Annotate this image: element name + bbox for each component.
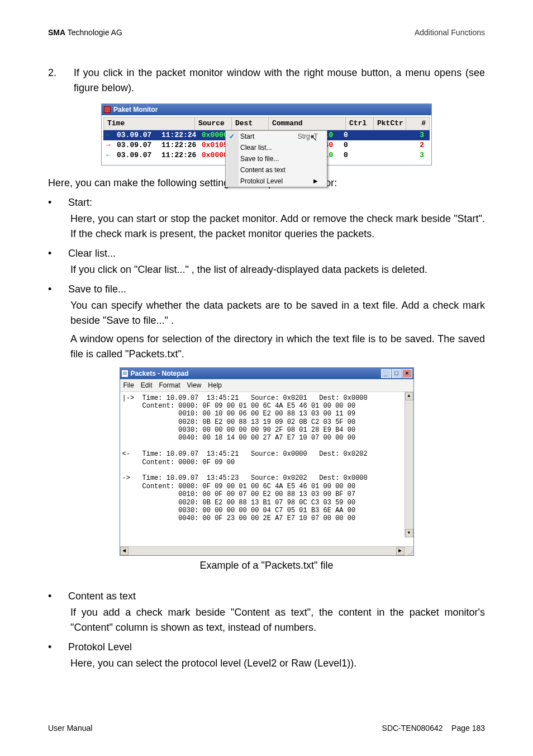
bullet-content-text: If you add a check mark beside "Content … [70,605,485,635]
step-number: 2. [48,65,59,96]
footer-right: SDC-TEN080642 Page 183 [382,724,485,733]
menu-item-save-to-file[interactable]: Save to file... [226,153,327,164]
cursor-icon: ↖ [310,131,317,145]
pm-rows: ↖ ← 03.09.07 11:22:24 0x0000 0x10 0 3 → … [103,130,430,160]
bullet-icon: • [48,246,56,261]
col-time[interactable]: Time [104,117,195,130]
col-ctrl[interactable]: Ctrl [346,117,374,130]
bullet-icon: • [48,589,56,604]
bullet-icon: • [48,640,56,655]
vertical-scrollbar[interactable]: ▲ ▼ [404,392,413,537]
notepad-window: Packets - Notepad _ □ × File Edit Format… [120,367,414,556]
bullet-clear-text: If you click on "Clear list..." , the li… [70,262,485,277]
close-button[interactable]: × [402,369,412,378]
minimize-button[interactable]: _ [381,369,391,378]
header-left: SMA Technologie AG [48,27,122,39]
horizontal-scrollbar[interactable]: ◀ ▶ [120,546,413,555]
notepad-doc-icon [121,370,129,377]
bullet-clear-label: Clear list... [68,246,485,261]
footer-left: User Manual [48,724,92,733]
notepad-text: |-> Time: 10.09.07 13:45:21 Source: 0x02… [122,394,368,523]
page-footer: User Manual SDC-TEN080642 Page 183 [48,724,485,733]
figure-caption: Example of a "Packets.txt" file [48,558,485,573]
bullet-save-text2: A window opens for selection of the dire… [70,332,485,362]
bullet-content-label: Content as text [68,589,485,604]
arrow-left-icon: ← [103,150,113,161]
notepad-menubar: File Edit Format View Help [120,379,413,392]
cell-hash: 3 [368,150,430,161]
notepad-titlebar[interactable]: Packets - Notepad _ □ × [120,368,413,379]
cell-date: 03.09.07 [113,150,158,161]
notepad-title: Packets - Notepad [131,368,189,379]
pm-column-headers: Time Source Dest Command Ctrl PktCtr # [103,117,430,130]
step-text: If you click in the packet monitor windo… [74,65,485,96]
menu-edit[interactable]: Edit [141,380,153,390]
paket-monitor-app-icon [104,106,111,113]
col-pktctr[interactable]: PktCtr [374,117,406,130]
cell-pktctr: 0 [340,130,368,141]
scroll-right-icon[interactable]: ▶ [396,547,404,555]
cell-date: 03.09.07 [113,140,158,151]
cell-pktctr: 0 [340,150,368,161]
scroll-down-icon[interactable]: ▼ [405,529,413,537]
col-hash[interactable]: # [406,117,429,130]
cell-hash: 3 [368,130,430,141]
arrow-right-icon: → [103,140,113,151]
bullet-protokol-label: Protokol Level [68,640,485,655]
resize-grip-icon[interactable] [404,546,413,555]
submenu-arrow-icon: ▶ [313,177,318,185]
bullet-icon: • [48,195,56,210]
bullet-save-text1: You can specify whether the data packets… [70,298,485,328]
col-dest[interactable]: Dest [232,117,269,130]
header-right: Additional Functions [415,27,485,39]
bullet-start-label: Start: [68,195,485,210]
paket-monitor-window: Paket Monitor Time Source Dest Command C… [101,103,432,166]
bullet-save-label: Save to file... [68,282,485,297]
arrow-left-icon: ← [103,130,113,141]
cell-hash: 2 [368,140,430,151]
bullet-protokol-text: Here, you can select the protocol level … [70,656,485,671]
paket-monitor-titlebar[interactable]: Paket Monitor [102,104,431,115]
col-command[interactable]: Command [269,117,346,130]
menu-view[interactable]: View [187,380,202,390]
cell-time: 11:22:26 [158,150,198,161]
cell-date: 03.09.07 [113,130,158,141]
col-source[interactable]: Source [195,117,232,130]
menu-help[interactable]: Help [208,380,222,390]
scroll-up-icon[interactable]: ▲ [405,392,413,400]
scroll-left-icon[interactable]: ◀ [120,547,129,555]
notepad-textarea[interactable]: |-> Time: 10.09.07 13:45:21 Source: 0x02… [120,392,413,546]
menu-file[interactable]: File [123,380,134,390]
bullet-icon: • [48,282,56,297]
cell-time: 11:22:24 [158,130,198,141]
menu-format[interactable]: Format [159,380,180,390]
maximize-button[interactable]: □ [392,369,402,378]
bullet-start-text: Here, you can start or stop the packet m… [70,211,485,242]
menu-item-content-as-text[interactable]: Content as text [226,164,327,176]
menu-item-protokol-level[interactable]: Protokol Level ▶ [226,176,327,187]
cell-pktctr: 0 [340,140,368,151]
paket-monitor-title: Paket Monitor [113,105,158,115]
page-header: SMA Technologie AG Additional Functions [48,27,485,39]
cell-time: 11:22:26 [158,140,198,151]
